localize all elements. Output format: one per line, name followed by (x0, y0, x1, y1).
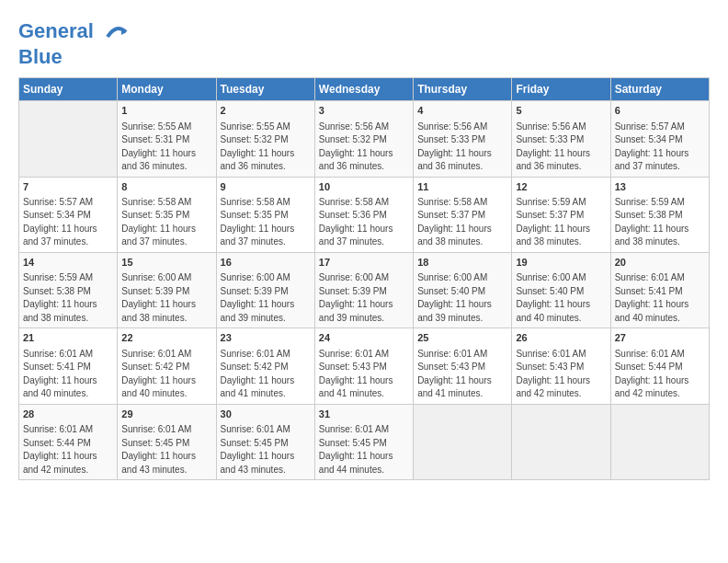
day-info: Sunrise: 6:00 AM Sunset: 5:40 PM Dayligh… (417, 271, 507, 325)
day-number: 8 (121, 180, 211, 194)
calendar-cell: 2Sunrise: 5:55 AM Sunset: 5:32 PM Daylig… (216, 101, 314, 177)
calendar-cell: 18Sunrise: 6:00 AM Sunset: 5:40 PM Dayli… (414, 252, 512, 327)
day-number: 31 (319, 408, 409, 421)
calendar-cell: 26Sunrise: 6:01 AM Sunset: 5:43 PM Dayli… (512, 328, 610, 404)
calendar-cell: 29Sunrise: 6:01 AM Sunset: 5:45 PM Dayli… (118, 404, 216, 479)
calendar-cell: 11Sunrise: 5:58 AM Sunset: 5:37 PM Dayli… (414, 177, 512, 252)
day-number: 26 (516, 331, 606, 345)
calendar-cell (512, 404, 610, 479)
day-info: Sunrise: 5:56 AM Sunset: 5:32 PM Dayligh… (319, 121, 409, 174)
day-info: Sunrise: 6:00 AM Sunset: 5:39 PM Dayligh… (121, 271, 211, 325)
day-number: 24 (319, 331, 409, 345)
day-number: 12 (516, 180, 606, 194)
day-info: Sunrise: 6:01 AM Sunset: 5:44 PM Dayligh… (615, 348, 705, 401)
calendar-week-2: 7Sunrise: 5:57 AM Sunset: 5:34 PM Daylig… (19, 177, 710, 252)
calendar-cell: 25Sunrise: 6:01 AM Sunset: 5:43 PM Dayli… (414, 328, 512, 404)
calendar-cell: 17Sunrise: 6:00 AM Sunset: 5:39 PM Dayli… (314, 252, 413, 327)
day-info: Sunrise: 5:56 AM Sunset: 5:33 PM Dayligh… (516, 121, 606, 174)
calendar-cell: 6Sunrise: 5:57 AM Sunset: 5:34 PM Daylig… (610, 101, 709, 177)
calendar-cell: 7Sunrise: 5:57 AM Sunset: 5:34 PM Daylig… (19, 177, 118, 252)
day-info: Sunrise: 5:57 AM Sunset: 5:34 PM Dayligh… (615, 121, 705, 174)
calendar-cell: 23Sunrise: 6:01 AM Sunset: 5:42 PM Dayli… (216, 328, 314, 404)
day-number: 29 (121, 408, 211, 421)
day-info: Sunrise: 5:55 AM Sunset: 5:32 PM Dayligh… (221, 121, 311, 174)
day-info: Sunrise: 6:01 AM Sunset: 5:42 PM Dayligh… (121, 348, 211, 401)
day-info: Sunrise: 6:01 AM Sunset: 5:45 PM Dayligh… (221, 423, 311, 477)
day-info: Sunrise: 5:58 AM Sunset: 5:35 PM Dayligh… (221, 196, 311, 249)
calendar-cell: 27Sunrise: 6:01 AM Sunset: 5:44 PM Dayli… (610, 328, 709, 404)
day-number: 21 (23, 331, 113, 345)
day-info: Sunrise: 5:58 AM Sunset: 5:36 PM Dayligh… (319, 196, 409, 249)
col-header-monday: Monday (118, 78, 216, 101)
day-info: Sunrise: 5:59 AM Sunset: 5:38 PM Dayligh… (23, 271, 113, 325)
calendar-cell: 30Sunrise: 6:01 AM Sunset: 5:45 PM Dayli… (216, 404, 314, 479)
day-number: 18 (417, 256, 507, 270)
day-info: Sunrise: 6:00 AM Sunset: 5:39 PM Dayligh… (319, 271, 409, 325)
calendar-cell: 1Sunrise: 5:55 AM Sunset: 5:31 PM Daylig… (118, 101, 216, 177)
day-number: 13 (615, 180, 705, 194)
calendar-cell: 3Sunrise: 5:56 AM Sunset: 5:32 PM Daylig… (314, 101, 413, 177)
day-number: 30 (221, 408, 311, 421)
calendar-cell: 16Sunrise: 6:00 AM Sunset: 5:39 PM Dayli… (216, 252, 314, 327)
day-info: Sunrise: 6:01 AM Sunset: 5:43 PM Dayligh… (516, 348, 606, 401)
day-info: Sunrise: 5:58 AM Sunset: 5:35 PM Dayligh… (121, 196, 211, 249)
calendar-cell: 13Sunrise: 5:59 AM Sunset: 5:38 PM Dayli… (610, 177, 709, 252)
calendar-cell: 9Sunrise: 5:58 AM Sunset: 5:35 PM Daylig… (216, 177, 314, 252)
calendar-cell: 15Sunrise: 6:00 AM Sunset: 5:39 PM Dayli… (118, 252, 216, 327)
calendar-cell: 21Sunrise: 6:01 AM Sunset: 5:41 PM Dayli… (19, 328, 118, 404)
page-header: General Blue (18, 18, 710, 68)
logo-general: General (18, 19, 94, 42)
day-info: Sunrise: 5:55 AM Sunset: 5:31 PM Dayligh… (121, 121, 211, 174)
calendar-week-3: 14Sunrise: 5:59 AM Sunset: 5:38 PM Dayli… (19, 252, 710, 327)
logo-icon (103, 18, 131, 46)
calendar-cell: 31Sunrise: 6:01 AM Sunset: 5:45 PM Dayli… (314, 404, 413, 479)
day-number: 22 (121, 331, 211, 345)
day-number: 17 (319, 256, 409, 270)
calendar-cell: 10Sunrise: 5:58 AM Sunset: 5:36 PM Dayli… (314, 177, 413, 252)
day-number: 20 (615, 256, 705, 270)
calendar-week-5: 28Sunrise: 6:01 AM Sunset: 5:44 PM Dayli… (19, 404, 710, 479)
calendar-week-4: 21Sunrise: 6:01 AM Sunset: 5:41 PM Dayli… (19, 328, 710, 404)
calendar-cell: 22Sunrise: 6:01 AM Sunset: 5:42 PM Dayli… (118, 328, 216, 404)
day-info: Sunrise: 5:59 AM Sunset: 5:37 PM Dayligh… (516, 196, 606, 249)
day-info: Sunrise: 6:01 AM Sunset: 5:45 PM Dayligh… (121, 423, 211, 477)
col-header-sunday: Sunday (19, 78, 118, 101)
day-number: 10 (319, 180, 409, 194)
day-info: Sunrise: 6:01 AM Sunset: 5:43 PM Dayligh… (417, 348, 507, 401)
calendar-cell: 4Sunrise: 5:56 AM Sunset: 5:33 PM Daylig… (414, 101, 512, 177)
calendar-cell (610, 404, 709, 479)
col-header-thursday: Thursday (414, 78, 512, 101)
day-number: 4 (417, 104, 507, 118)
calendar-cell (19, 101, 118, 177)
day-number: 25 (417, 331, 507, 345)
calendar-cell: 14Sunrise: 5:59 AM Sunset: 5:38 PM Dayli… (19, 252, 118, 327)
day-info: Sunrise: 5:59 AM Sunset: 5:38 PM Dayligh… (615, 196, 705, 249)
calendar-cell: 8Sunrise: 5:58 AM Sunset: 5:35 PM Daylig… (118, 177, 216, 252)
day-info: Sunrise: 6:01 AM Sunset: 5:45 PM Dayligh… (319, 423, 409, 477)
calendar-cell: 12Sunrise: 5:59 AM Sunset: 5:37 PM Dayli… (512, 177, 610, 252)
day-number: 15 (121, 256, 211, 270)
day-info: Sunrise: 6:01 AM Sunset: 5:42 PM Dayligh… (221, 348, 311, 401)
col-header-saturday: Saturday (610, 78, 709, 101)
day-number: 28 (23, 408, 113, 421)
day-info: Sunrise: 6:00 AM Sunset: 5:39 PM Dayligh… (221, 271, 311, 325)
logo-blue: Blue (18, 45, 63, 68)
day-number: 9 (221, 180, 311, 194)
calendar-cell (414, 404, 512, 479)
calendar-cell: 28Sunrise: 6:01 AM Sunset: 5:44 PM Dayli… (19, 404, 118, 479)
day-info: Sunrise: 6:01 AM Sunset: 5:41 PM Dayligh… (615, 271, 705, 325)
day-number: 19 (516, 256, 606, 270)
col-header-friday: Friday (512, 78, 610, 101)
col-header-wednesday: Wednesday (314, 78, 413, 101)
calendar-cell: 5Sunrise: 5:56 AM Sunset: 5:33 PM Daylig… (512, 101, 610, 177)
day-info: Sunrise: 6:01 AM Sunset: 5:44 PM Dayligh… (23, 423, 113, 477)
calendar-header-row: SundayMondayTuesdayWednesdayThursdayFrid… (19, 78, 710, 101)
calendar-week-1: 1Sunrise: 5:55 AM Sunset: 5:31 PM Daylig… (19, 101, 710, 177)
day-number: 2 (221, 104, 311, 118)
day-number: 11 (417, 180, 507, 194)
calendar-cell: 24Sunrise: 6:01 AM Sunset: 5:43 PM Dayli… (314, 328, 413, 404)
day-number: 6 (615, 104, 705, 118)
day-info: Sunrise: 5:56 AM Sunset: 5:33 PM Dayligh… (417, 121, 507, 174)
logo: General Blue (18, 18, 131, 68)
calendar-cell: 20Sunrise: 6:01 AM Sunset: 5:41 PM Dayli… (610, 252, 709, 327)
